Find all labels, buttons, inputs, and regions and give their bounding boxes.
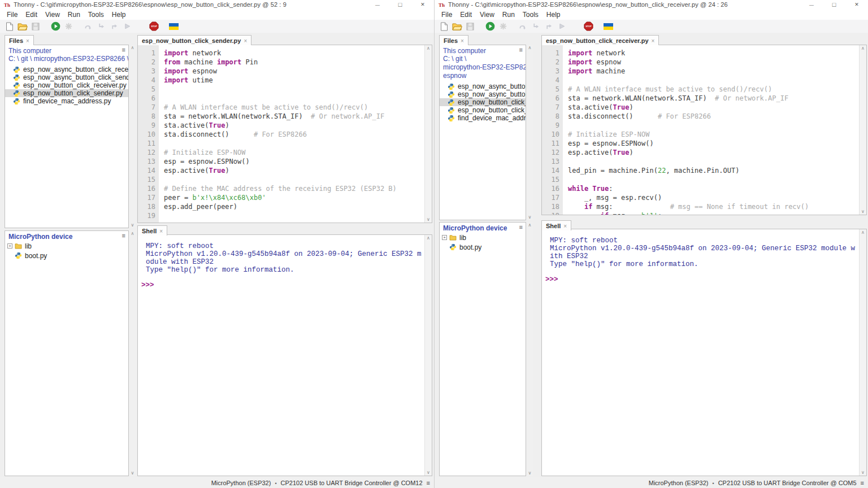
device-item[interactable]: lib xyxy=(440,233,526,242)
menu-item-edit[interactable]: Edit xyxy=(456,11,476,19)
files-scrollbar[interactable] xyxy=(129,45,136,228)
maximize-button[interactable] xyxy=(389,0,411,9)
menu-item-file[interactable]: File xyxy=(437,11,456,19)
titlebar[interactable]: Thonny - C:\git\micropython-ESP32-ESP826… xyxy=(435,0,868,9)
file-item[interactable]: esp_now_button_click_receiver.py xyxy=(440,98,526,106)
interpreter-label[interactable]: MicroPython (ESP32) xyxy=(649,480,709,486)
debug-button[interactable] xyxy=(63,21,74,32)
open-file-button[interactable] xyxy=(452,21,463,32)
file-item[interactable]: esp_now_async_button_click_receiver.py xyxy=(5,66,128,73)
menu-item-view[interactable]: View xyxy=(476,11,498,19)
run-button[interactable] xyxy=(50,21,61,32)
file-item[interactable]: find_device_mac_address.py xyxy=(440,114,526,122)
device-item[interactable]: boot.py xyxy=(440,243,526,251)
files-path-line[interactable]: micropython-ESP32-ESP8266 \ xyxy=(440,63,526,72)
menu-item-run[interactable]: Run xyxy=(498,11,519,19)
step-out-button[interactable] xyxy=(108,21,120,32)
file-item[interactable]: find_device_mac_address.py xyxy=(5,97,128,105)
device-label[interactable]: MicroPython device xyxy=(443,224,507,232)
menu-item-help[interactable]: Help xyxy=(542,11,565,19)
file-item[interactable]: esp_now_async_button_click_sender.py xyxy=(440,90,526,98)
save-button[interactable] xyxy=(465,21,476,32)
shell-scrollbar[interactable] xyxy=(859,229,866,476)
tab-close-icon[interactable] xyxy=(561,223,567,229)
editor-code-area[interactable]: import networkfrom machine import Pinimp… xyxy=(159,45,424,223)
files-path-line[interactable]: C: \ git \ xyxy=(440,55,526,63)
panel-menu-icon[interactable] xyxy=(519,224,523,230)
menu-item-file[interactable]: File xyxy=(3,11,21,19)
device-item[interactable]: boot.py xyxy=(5,251,128,260)
step-out-button[interactable] xyxy=(543,21,554,32)
titlebar[interactable]: Thonny - C:\git\micropython-ESP32-ESP826… xyxy=(0,0,434,9)
device-scrollbar[interactable] xyxy=(129,230,136,476)
save-button[interactable] xyxy=(30,21,41,32)
editor[interactable]: 12345678910111213141516171819import netw… xyxy=(542,45,859,215)
menu-item-tools[interactable]: Tools xyxy=(519,11,542,19)
tab-editor[interactable]: esp_now_button_click_receiver.py xyxy=(541,35,659,45)
menu-item-tools[interactable]: Tools xyxy=(84,11,108,19)
resume-button[interactable] xyxy=(121,21,133,32)
tab-editor[interactable]: esp_now_button_click_sender.py xyxy=(137,35,251,45)
status-menu-icon[interactable] xyxy=(427,480,430,486)
resume-button[interactable] xyxy=(556,21,567,32)
port-label[interactable]: CP2102 USB to UART Bridge Controller @ C… xyxy=(718,480,857,486)
files-scrollbar[interactable] xyxy=(526,45,533,220)
status-menu-icon[interactable] xyxy=(861,480,864,486)
new-file-button[interactable] xyxy=(439,21,450,32)
shell-output[interactable]: MPY: soft rebootMicroPython v1.20.0-439-… xyxy=(138,235,424,476)
editor-scrollbar[interactable] xyxy=(424,45,432,223)
device-scrollbar[interactable] xyxy=(526,222,533,476)
panel-menu-icon[interactable] xyxy=(122,233,125,239)
tab-close-icon[interactable] xyxy=(23,37,29,44)
stop-restart-button[interactable]: STOP xyxy=(583,21,594,32)
debug-button[interactable] xyxy=(497,21,509,32)
file-item[interactable]: esp_now_button_click_sender.py xyxy=(440,106,526,114)
close-button[interactable] xyxy=(411,0,434,9)
files-path-line[interactable]: espnow xyxy=(440,72,526,80)
close-button[interactable] xyxy=(845,0,868,9)
tab-close-icon[interactable] xyxy=(649,37,655,44)
device-label[interactable]: MicroPython device xyxy=(8,233,72,241)
this-computer-label[interactable]: This computer xyxy=(443,47,486,55)
tab-shell[interactable]: Shell xyxy=(541,220,571,230)
expand-icon[interactable] xyxy=(442,235,447,240)
shell-output[interactable]: MPY: soft rebootMicroPython v1.20.0-439-… xyxy=(542,229,859,476)
file-item[interactable]: esp_now_button_click_sender.py xyxy=(5,89,128,97)
editor-code-area[interactable]: import networkimport espnowimport machin… xyxy=(563,45,859,215)
step-over-button[interactable] xyxy=(517,21,528,32)
minimize-button[interactable] xyxy=(800,0,823,9)
maximize-button[interactable] xyxy=(823,0,845,9)
step-into-button[interactable] xyxy=(530,21,541,32)
ukraine-flag-icon[interactable] xyxy=(602,21,614,32)
editor-scrollbar[interactable] xyxy=(859,45,866,215)
files-path[interactable]: C: \ git \ micropython-ESP32-ESP8266 \ e… xyxy=(5,55,128,63)
tab-close-icon[interactable] xyxy=(157,228,163,234)
step-into-button[interactable] xyxy=(96,21,107,32)
expand-icon[interactable] xyxy=(7,243,12,249)
interpreter-label[interactable]: MicroPython (ESP32) xyxy=(211,480,271,486)
panel-menu-icon[interactable] xyxy=(519,47,523,53)
menu-item-view[interactable]: View xyxy=(41,11,64,19)
tab-shell[interactable]: Shell xyxy=(137,225,167,236)
shell-scrollbar[interactable] xyxy=(424,235,432,476)
panel-menu-icon[interactable] xyxy=(122,47,125,53)
file-item[interactable]: esp_now_button_click_receiver.py xyxy=(5,81,128,89)
minimize-button[interactable] xyxy=(366,0,389,9)
device-item[interactable]: lib xyxy=(5,242,128,250)
this-computer-label[interactable]: This computer xyxy=(8,47,51,55)
menu-item-edit[interactable]: Edit xyxy=(21,11,41,19)
ukraine-flag-icon[interactable] xyxy=(168,21,179,32)
run-button[interactable] xyxy=(484,21,496,32)
new-file-button[interactable] xyxy=(4,21,15,32)
port-label[interactable]: CP2102 USB to UART Bridge Controller @ C… xyxy=(281,480,423,486)
file-item[interactable]: esp_now_async_button_click_sender.py xyxy=(5,73,128,81)
file-item[interactable]: esp_now_async_button_click_receiver.py xyxy=(440,82,526,90)
tab-close-icon[interactable] xyxy=(458,37,464,44)
tab-files[interactable]: Files xyxy=(439,35,468,45)
tab-close-icon[interactable] xyxy=(241,37,247,44)
stop-restart-button[interactable]: STOP xyxy=(148,21,159,32)
open-file-button[interactable] xyxy=(17,21,28,32)
menu-item-help[interactable]: Help xyxy=(108,11,130,19)
editor[interactable]: 12345678910111213141516171819import netw… xyxy=(138,45,424,223)
files-path-line[interactable]: C: \ git \ micropython-ESP32-ESP8266 \ e… xyxy=(5,55,128,63)
